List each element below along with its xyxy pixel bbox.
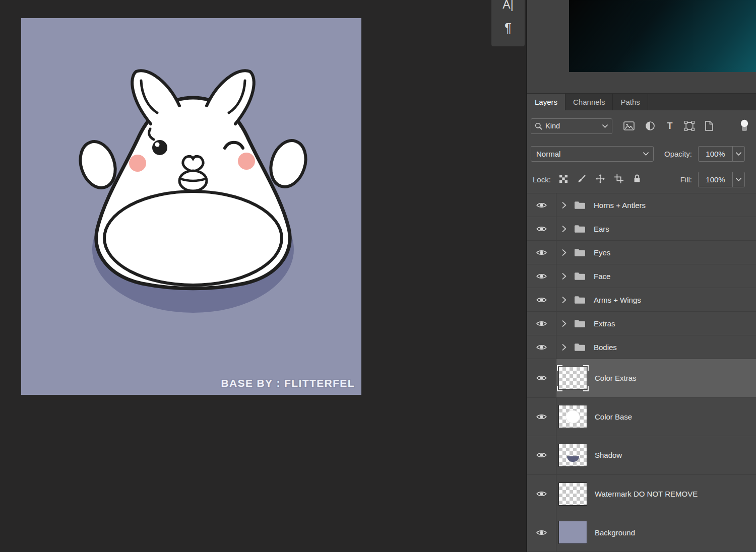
chevron-down-icon bbox=[736, 178, 741, 181]
chevron-right-icon[interactable] bbox=[562, 273, 566, 280]
eye-icon bbox=[536, 343, 547, 351]
eye-icon bbox=[536, 272, 547, 280]
folder-icon bbox=[574, 225, 586, 233]
layer-group-label: Eyes bbox=[594, 248, 610, 257]
eye-icon bbox=[536, 490, 547, 498]
visibility-cell[interactable] bbox=[527, 241, 556, 264]
canvas-area[interactable]: BASE BY : FLITTERFEL bbox=[0, 0, 485, 552]
eye-icon bbox=[536, 374, 547, 382]
layer-filter-row: Kind T bbox=[527, 110, 756, 142]
preview-area bbox=[527, 0, 756, 94]
lock-artboard-icon[interactable] bbox=[614, 174, 623, 185]
layer-group-face[interactable]: Face bbox=[527, 264, 756, 288]
eye-icon bbox=[536, 296, 547, 304]
paragraph-panel-icon[interactable]: ¶ bbox=[505, 16, 512, 39]
blend-mode-select[interactable]: Normal bbox=[531, 146, 654, 162]
photoshop-window: BASE BY : FLITTERFEL A| ¶ Layers Channel… bbox=[0, 0, 756, 552]
filter-kind-label: Kind bbox=[545, 122, 602, 130]
eye-icon bbox=[536, 225, 547, 233]
visibility-cell[interactable] bbox=[527, 217, 556, 240]
visibility-cell[interactable] bbox=[527, 264, 556, 288]
thumbnail-content bbox=[567, 456, 579, 462]
layer-group-label: Bodies bbox=[594, 343, 617, 352]
folder-icon bbox=[574, 319, 586, 328]
visibility-cell[interactable] bbox=[527, 398, 556, 436]
lock-image-pixels-icon[interactable] bbox=[577, 174, 586, 185]
eye-icon bbox=[536, 249, 547, 256]
shape-layer-filter-icon[interactable] bbox=[684, 121, 695, 131]
folder-icon bbox=[574, 272, 586, 281]
visibility-cell[interactable] bbox=[527, 193, 556, 217]
chevron-right-icon[interactable] bbox=[562, 226, 566, 232]
document-preview-image bbox=[569, 0, 756, 72]
layer-label: Color Extras bbox=[595, 374, 637, 382]
layer-row-color-extras[interactable]: Color Extras bbox=[527, 359, 756, 398]
visibility-cell[interactable] bbox=[527, 436, 556, 474]
opacity-value: 100% bbox=[699, 150, 732, 158]
opacity-input[interactable]: 100% bbox=[698, 146, 745, 162]
lock-position-icon[interactable] bbox=[596, 174, 605, 185]
layer-thumbnail[interactable] bbox=[559, 521, 587, 543]
layer-group-eyes[interactable]: Eyes bbox=[527, 241, 756, 264]
chevron-down-icon bbox=[736, 152, 741, 156]
layer-group-ears[interactable]: Ears bbox=[527, 217, 756, 241]
layer-group-label: Ears bbox=[594, 225, 609, 233]
character-illustration bbox=[21, 18, 361, 395]
visibility-cell[interactable] bbox=[527, 312, 556, 335]
lock-transparent-pixels-icon[interactable] bbox=[559, 175, 568, 185]
layer-group-arms-wings[interactable]: Arms + Wings bbox=[527, 288, 756, 312]
fill-value: 100% bbox=[699, 175, 732, 184]
tab-channels[interactable]: Channels bbox=[565, 94, 613, 110]
artboard[interactable]: BASE BY : FLITTERFEL bbox=[21, 18, 361, 395]
eye-icon bbox=[536, 451, 547, 459]
panel-tab-bar: Layers Channels Paths bbox=[527, 94, 756, 110]
layer-group-label: Arms + Wings bbox=[594, 296, 641, 304]
blend-mode-value: Normal bbox=[536, 150, 643, 158]
fill-label: Fill: bbox=[680, 175, 692, 184]
lock-label: Lock: bbox=[533, 175, 551, 184]
layer-thumbnail[interactable] bbox=[559, 444, 587, 466]
folder-icon bbox=[574, 296, 586, 304]
visibility-cell[interactable] bbox=[527, 335, 556, 359]
visibility-cell[interactable] bbox=[527, 359, 556, 397]
search-icon bbox=[535, 122, 542, 130]
chevron-down-icon bbox=[602, 124, 608, 128]
layer-thumbnail[interactable] bbox=[559, 405, 587, 428]
tab-layers[interactable]: Layers bbox=[527, 94, 565, 110]
layer-row-color-base[interactable]: Color Base bbox=[527, 398, 756, 437]
visibility-cell[interactable] bbox=[527, 475, 556, 513]
layer-row-watermark[interactable]: Watermark DO NOT REMOVE bbox=[527, 475, 756, 514]
chevron-right-icon[interactable] bbox=[562, 320, 566, 327]
chevron-right-icon[interactable] bbox=[562, 202, 566, 209]
layer-thumbnail[interactable] bbox=[559, 483, 587, 505]
filter-kind-select[interactable]: Kind bbox=[531, 118, 612, 134]
lock-all-icon[interactable] bbox=[633, 174, 641, 185]
layer-row-shadow[interactable]: Shadow bbox=[527, 436, 756, 475]
eye-icon bbox=[536, 413, 547, 421]
folder-icon bbox=[574, 343, 586, 352]
layer-list: Horns + Antlers Ears Eyes Face bbox=[527, 193, 756, 552]
fill-input[interactable]: 100% bbox=[698, 172, 745, 187]
adjustment-layer-filter-icon[interactable] bbox=[645, 121, 655, 131]
chevron-right-icon[interactable] bbox=[562, 297, 566, 303]
eye-icon bbox=[536, 529, 547, 536]
chevron-right-icon[interactable] bbox=[562, 344, 566, 351]
eye-icon bbox=[536, 320, 547, 327]
layer-group-extras[interactable]: Extras bbox=[527, 312, 756, 335]
filter-type-icons: T bbox=[623, 119, 756, 133]
eye-icon bbox=[536, 201, 547, 209]
folder-icon bbox=[574, 201, 586, 210]
tab-paths[interactable]: Paths bbox=[613, 94, 648, 110]
character-panel-icon[interactable]: A| bbox=[502, 0, 513, 16]
smart-object-filter-icon[interactable] bbox=[705, 121, 713, 131]
type-layer-filter-icon[interactable]: T bbox=[666, 121, 674, 131]
layer-thumbnail[interactable] bbox=[559, 367, 587, 389]
layer-group-bodies[interactable]: Bodies bbox=[527, 335, 756, 359]
visibility-cell[interactable] bbox=[527, 288, 556, 311]
layer-group-horns-antlers[interactable]: Horns + Antlers bbox=[527, 193, 756, 217]
visibility-cell[interactable] bbox=[527, 513, 556, 551]
layer-row-background[interactable]: Background bbox=[527, 513, 756, 552]
layer-filter-toggle[interactable] bbox=[739, 119, 749, 133]
chevron-right-icon[interactable] bbox=[562, 249, 566, 256]
pixel-layer-filter-icon[interactable] bbox=[623, 121, 635, 130]
